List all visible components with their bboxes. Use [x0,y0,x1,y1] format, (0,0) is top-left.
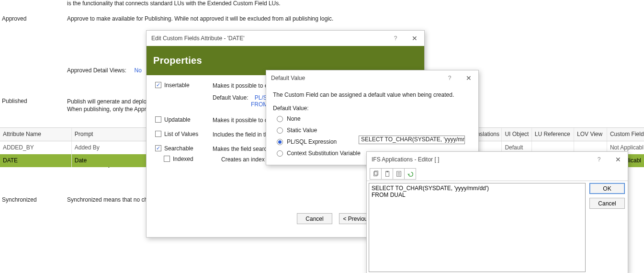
editor-dialog-title: IFS Applications - Editor [ ] [372,156,439,163]
cancel-button[interactable]: Cancel [589,198,625,209]
bg-approved-desc: Approve to make available for Publishing… [67,15,632,22]
col-uiobj[interactable]: UI Object [502,128,531,141]
col-luref[interactable]: LU Reference [532,128,574,141]
lov-label: List of Values [164,131,198,137]
indexed-label: Indexed [173,156,193,162]
col-cust[interactable]: Custom Field [607,128,644,141]
close-icon[interactable]: ✕ [405,31,424,46]
ok-button[interactable]: OK [589,183,625,194]
default-value-dialog-title: Default Value [271,75,305,81]
default-value-intro: The Custom Field can be assigned a defau… [273,91,472,98]
plsql-expression-input[interactable]: SELECT TO_CHAR(SYSDATE, 'yyyy/mm/dd')F [359,136,465,144]
bg-approved-views-value[interactable]: No [135,67,142,74]
indexed-checkbox[interactable] [164,156,170,162]
bg-published-label: Published [2,98,27,104]
cell: DATE [0,154,72,167]
updatable-label: Updatable [164,116,191,123]
page-icon[interactable] [393,168,405,180]
edit-attribute-dialog-title: Edit Custom Fields Attribute - 'DATE' [151,35,244,42]
paste-icon[interactable] [381,168,393,180]
copy-icon[interactable] [370,168,382,180]
opt-ctx-label: Context Substitution Variable [287,150,361,157]
close-icon[interactable]: ✕ [459,70,478,86]
opt-static[interactable]: Static Value [277,127,472,134]
help-icon[interactable]: ? [589,152,609,167]
bg-sync-label: Synchronized [2,196,37,203]
opt-none[interactable]: None [277,115,472,122]
cancel-button[interactable]: Cancel [297,213,332,224]
help-icon[interactable]: ? [386,31,405,46]
close-icon[interactable]: ✕ [609,152,628,167]
help-icon[interactable]: ? [440,70,459,86]
editor-dialog: IFS Applications - Editor [ ] ? ✕ OK Can… [366,151,628,273]
default-value-label: Default Value: [273,105,472,112]
bg-top-fragment: is the functionality that connects stand… [67,0,632,7]
lov-checkbox[interactable] [155,131,161,137]
col-attr[interactable]: Attribute Name [0,128,72,141]
default-value-prefix: Default Value: [213,94,249,101]
insertable-checkbox[interactable]: ✓ [155,82,161,88]
bg-approved-label: Approved [2,15,26,22]
cell: ADDED_BY [0,141,72,154]
svg-rect-3 [386,171,388,172]
col-lov[interactable]: LOV View [574,128,607,141]
opt-plsql-label: PL/SQL Expression [287,138,337,145]
opt-none-label: None [287,115,301,122]
editor-toolbar [367,167,628,181]
sql-editor-textarea[interactable] [369,183,586,272]
insertable-label: Insertable [164,82,190,89]
opt-static-label: Static Value [287,127,317,134]
undo-icon[interactable] [404,168,416,180]
bg-approved-views-label: Approved Detail Views: [67,67,126,74]
updatable-checkbox[interactable] [155,116,161,123]
searchable-checkbox[interactable]: ✓ [155,145,161,151]
searchable-label: Searchable [164,145,193,152]
